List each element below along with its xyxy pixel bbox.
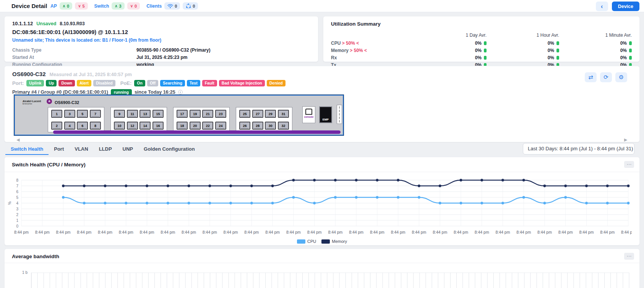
port-12[interactable]: 12 [127, 122, 138, 130]
cluster-icon [186, 3, 191, 9]
port-4[interactable]: 4 [64, 122, 75, 130]
port-19[interactable]: 19 [190, 110, 201, 118]
legend-swatch [297, 239, 305, 244]
port-badge-disabled: Disabled [93, 80, 115, 86]
port-1[interactable]: 1 [51, 110, 62, 118]
swap-view-button[interactable]: ⇄ [585, 72, 597, 82]
refresh-button[interactable]: ⟳ [600, 72, 612, 82]
scroll-left-icon[interactable]: ◀ [16, 137, 19, 142]
svg-text:8:44 pm: 8:44 pm [349, 230, 363, 234]
switch-up-chip[interactable]: ∧3 [112, 2, 124, 10]
console-port[interactable]: console [302, 106, 315, 123]
svg-text:8: 8 [16, 178, 18, 182]
tab-lldp[interactable]: LLDP [94, 145, 117, 155]
chart-menu-icon[interactable]: ⋯ [624, 253, 634, 260]
legend-item-cpu[interactable]: CPU [297, 239, 316, 244]
chart-title: Average bandwidth [12, 254, 59, 259]
util-threshold: > 50% < [350, 48, 367, 53]
port-10[interactable]: 10 [114, 122, 125, 130]
port-8[interactable]: 8 [90, 122, 101, 130]
port-7[interactable]: 7 [90, 110, 101, 118]
util-value: 0% [559, 41, 632, 46]
port-25[interactable]: 25 [239, 110, 250, 118]
switch-label: Switch [94, 3, 109, 9]
svg-text:8:44 pm: 8:44 pm [77, 230, 91, 234]
port-3[interactable]: 3 [64, 110, 75, 118]
util-value: 0% [414, 48, 487, 53]
port-17[interactable]: 17 [177, 110, 188, 118]
port-29[interactable]: 29 [265, 110, 276, 118]
settings-gear-button[interactable]: ⚙ [615, 72, 627, 82]
back-button[interactable]: ‹ [596, 2, 608, 11]
port-24[interactable]: 24 [215, 122, 226, 130]
emp-port[interactable]: EMP [319, 106, 332, 123]
port-13[interactable]: 13 [140, 110, 151, 118]
port-5[interactable]: 5 [77, 110, 88, 118]
util-threshold: > 50% < [342, 41, 359, 46]
port-6[interactable]: 6 [77, 122, 88, 130]
chart-menu-icon[interactable]: ⋯ [624, 161, 634, 168]
save-status-badge: Unsaved [36, 21, 56, 26]
utilization-card: Utilization Summary 1 Day Avr.1 Hour Avr… [323, 16, 640, 62]
port-badge-up: Up [46, 80, 57, 86]
port-18[interactable]: 18 [177, 122, 188, 130]
wifi-icon [167, 4, 173, 8]
port-legend-row: Port:UplinkUpDownAlertDisabledPoE:OnOffS… [12, 80, 632, 86]
util-column-1-day-avr: 1 Day Avr. [414, 33, 487, 38]
port-14[interactable]: 14 [140, 122, 151, 130]
svg-text:8:44 pm: 8:44 pm [161, 230, 175, 234]
svg-text:8:44 pm: 8:44 pm [495, 230, 510, 234]
port-28[interactable]: 28 [252, 122, 263, 130]
tab-vlan[interactable]: VLAN [69, 145, 93, 155]
port-30[interactable]: 30 [265, 122, 276, 130]
status-ok-dot [556, 49, 559, 52]
tab-golden-configuration[interactable]: Golden Configuration [138, 145, 200, 155]
port-2[interactable]: 2 [51, 122, 62, 130]
average-bandwidth-chart: 1 b [7, 264, 632, 288]
port-21[interactable]: 21 [202, 110, 213, 118]
legend-item-memory[interactable]: Memory [321, 239, 347, 244]
ap-down-chip[interactable]: ∨5 [75, 2, 88, 10]
field-value-chassis-type: 903855-90 / OS6900-C32 (Primary) [136, 47, 210, 53]
util-value: 0% [559, 55, 632, 60]
port-31[interactable]: 31 [278, 110, 289, 118]
date-range-selector[interactable]: Last 30 Days: 8:44 pm (Jul 1) - 8:44 pm … [523, 143, 634, 155]
svg-text:8:44 pm: 8:44 pm [454, 230, 468, 234]
port-26[interactable]: 26 [239, 122, 250, 130]
port-9[interactable]: 9 [114, 110, 125, 118]
clients-wifi-chip[interactable]: 0 [164, 2, 180, 10]
svg-text:8:44 pm: 8:44 pm [558, 230, 573, 234]
emp-label: EMP [323, 118, 329, 121]
port-27[interactable]: 27 [252, 110, 263, 118]
svg-text:8:44 pm: 8:44 pm [579, 230, 594, 234]
status-ok-dot [629, 49, 632, 52]
up-arrow-icon: ∧ [63, 4, 65, 8]
port-11[interactable]: 11 [127, 110, 138, 118]
tab-unp[interactable]: UNP [117, 145, 138, 155]
average-bandwidth-card: Average bandwidth ⋯ 1 b [4, 249, 640, 288]
device-button[interactable]: Device [612, 2, 639, 11]
port-16[interactable]: 16 [152, 122, 164, 130]
tab-switch-health[interactable]: Switch Health [5, 145, 49, 155]
device-location-link[interactable]: Unnamed site; This device is located on:… [12, 37, 310, 43]
up-arrow-icon: ∧ [115, 4, 117, 8]
port-15[interactable]: 15 [152, 110, 164, 118]
switch-down-count: 0 [135, 4, 137, 8]
port-23[interactable]: 23 [215, 110, 226, 118]
switch-down-chip[interactable]: ∨0 [127, 2, 140, 10]
tab-port[interactable]: Port [49, 145, 69, 155]
field-value-started-at: Jul 31, 2025 4:25:23 pm [136, 55, 187, 60]
info-icon[interactable]: i [178, 90, 183, 94]
ap-up-chip[interactable]: ∧0 [60, 2, 72, 10]
port-22[interactable]: 22 [202, 122, 213, 130]
field-label-started-at: Started At [12, 55, 136, 60]
port-20[interactable]: 20 [190, 122, 201, 130]
port-32[interactable]: 32 [278, 122, 289, 130]
svg-text:8:44 pm: 8:44 pm [537, 230, 552, 234]
svg-text:2: 2 [16, 213, 18, 217]
firmware-version: 8.10.93.R03 [60, 21, 84, 26]
scroll-right-icon[interactable]: ▶ [624, 137, 627, 142]
divider [5, 263, 639, 263]
clients-cluster-chip[interactable]: 0 [183, 2, 198, 10]
device-field-row: Chassis Type903855-90 / OS6900-C32 (Prim… [12, 46, 310, 54]
